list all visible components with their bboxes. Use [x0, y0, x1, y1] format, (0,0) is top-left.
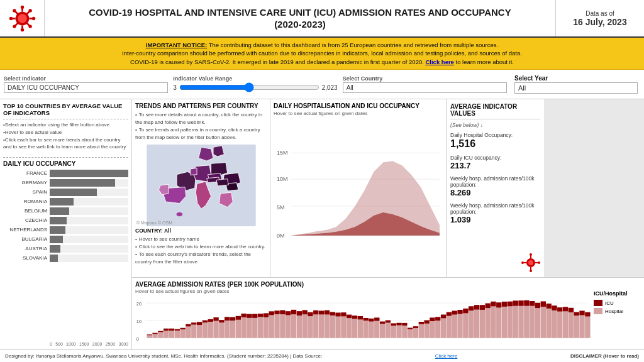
svg-rect-79: [241, 314, 246, 317]
bar-axis: 050010001500200025003000: [3, 342, 128, 346]
svg-rect-103: [308, 312, 313, 316]
stat-icu-occupancy: Daily ICU occupancy: 213.7: [450, 155, 540, 170]
svg-rect-185: [535, 303, 540, 308]
svg-rect-155: [452, 310, 457, 314]
list-item[interactable]: FRANCE: [3, 170, 128, 177]
svg-rect-181: [524, 300, 529, 306]
svg-rect-133: [391, 323, 396, 326]
bottom-chart-area: 20 10 0: [135, 294, 591, 346]
svg-rect-52: [169, 331, 174, 338]
svg-rect-202: [585, 317, 590, 338]
svg-rect-116: [347, 318, 352, 338]
bottom-logo: [450, 253, 540, 273]
svg-text:10: 10: [136, 319, 142, 324]
list-item[interactable]: CZECHIA: [3, 217, 128, 224]
svg-rect-81: [247, 314, 252, 318]
svg-rect-117: [347, 315, 352, 319]
svg-rect-120: [358, 319, 363, 337]
svg-rect-200: [579, 315, 584, 338]
svg-rect-72: [225, 321, 230, 338]
svg-rect-54: [175, 331, 180, 338]
svg-rect-47: [152, 333, 157, 334]
svg-rect-87: [264, 313, 269, 317]
data-source-link[interactable]: Click here: [435, 353, 458, 359]
svg-rect-97: [291, 310, 296, 314]
svg-rect-56: [180, 329, 185, 338]
svg-rect-115: [341, 312, 346, 316]
year-select[interactable]: All: [514, 82, 638, 94]
bar-fill: [50, 170, 128, 177]
country-select[interactable]: All: [343, 82, 507, 93]
list-item[interactable]: SPAIN: [3, 189, 128, 196]
svg-rect-176: [513, 306, 518, 338]
svg-rect-92: [280, 314, 285, 338]
svg-rect-188: [546, 309, 551, 338]
svg-rect-77: [236, 316, 241, 320]
list-item[interactable]: ROMANIA: [3, 198, 128, 206]
europe-map-svg[interactable]: [145, 145, 258, 226]
svg-rect-109: [325, 310, 330, 315]
svg-rect-62: [197, 325, 202, 338]
covid-icon: [8, 4, 36, 33]
list-item[interactable]: GERMANY: [3, 179, 128, 187]
svg-rect-170: [496, 308, 501, 338]
list-item[interactable]: BELGIUM: [3, 207, 128, 215]
header: COVID-19 HOSPITAL AND INTENSIVE CARE UNI…: [0, 0, 644, 38]
stat-weekly-hosp2: Weekly hosp. admission rates/100k popula…: [450, 202, 540, 224]
svg-rect-124: [369, 322, 374, 338]
legend-icu: ICU: [594, 300, 638, 306]
svg-rect-104: [313, 314, 318, 337]
disclaimer-label[interactable]: DISCLAIMER (Hover to read): [570, 353, 639, 359]
svg-rect-166: [485, 308, 490, 338]
svg-rect-135: [396, 323, 401, 326]
map-container[interactable]: © Mapbox © OSM: [135, 145, 267, 226]
svg-rect-95: [286, 311, 291, 315]
svg-rect-179: [518, 300, 523, 306]
svg-rect-64: [203, 322, 208, 337]
indicator-select[interactable]: DAILY ICU OCCUPANCY: [4, 82, 168, 93]
svg-rect-110: [330, 315, 335, 338]
bar-fill: [50, 226, 65, 234]
svg-rect-136: [402, 326, 407, 338]
line-chart-svg: 15M 10M 5M 0M: [274, 119, 443, 274]
svg-rect-71: [219, 320, 224, 322]
bar-fill: [50, 245, 60, 253]
svg-rect-100: [302, 314, 307, 338]
svg-rect-114: [341, 316, 346, 337]
svg-rect-163: [474, 305, 479, 309]
notice-link[interactable]: Click here: [425, 58, 453, 65]
svg-rect-134: [396, 326, 401, 338]
range-slider[interactable]: [179, 82, 319, 92]
page-title: COVID-19 HOSPITAL AND INTENSIVE CARE UNI…: [89, 6, 511, 31]
line-chart-panel: DAILY HOSPITALISATION AND ICU OCCUPANCY …: [270, 99, 447, 277]
stat-weekly-hosp1: Weekly hosp. admission rates/100k popula…: [450, 175, 540, 197]
svg-rect-152: [447, 316, 452, 338]
svg-rect-175: [508, 302, 513, 307]
svg-rect-203: [585, 312, 590, 317]
list-item[interactable]: SLOVAKIA: [3, 255, 128, 262]
svg-rect-187: [541, 301, 546, 307]
svg-rect-80: [247, 318, 252, 338]
data-date: Data as of 16 July, 2023: [556, 0, 644, 36]
list-item[interactable]: BULGARIA: [3, 236, 128, 243]
svg-rect-168: [491, 306, 496, 337]
svg-rect-131: [386, 321, 391, 323]
list-item[interactable]: AUSTRIA: [3, 245, 128, 253]
svg-text:5M: 5M: [277, 204, 284, 211]
svg-rect-195: [563, 307, 568, 311]
filters-row: Select Indicator DAILY ICU OCCUPANCY Ind…: [0, 70, 644, 99]
svg-rect-178: [518, 306, 523, 338]
svg-point-10: [20, 5, 23, 8]
svg-rect-83: [252, 314, 257, 317]
svg-text:20: 20: [136, 301, 142, 307]
svg-rect-98: [297, 315, 302, 338]
svg-rect-171: [496, 302, 501, 307]
indicator-filter: Select Indicator DAILY ICU OCCUPANCY: [4, 75, 168, 93]
svg-rect-159: [463, 309, 468, 314]
svg-rect-198: [574, 315, 579, 338]
svg-rect-184: [535, 308, 540, 338]
svg-point-1: [18, 14, 26, 23]
svg-rect-129: [380, 322, 385, 324]
list-item[interactable]: NETHERLANDS: [3, 226, 128, 234]
svg-rect-86: [264, 317, 269, 338]
